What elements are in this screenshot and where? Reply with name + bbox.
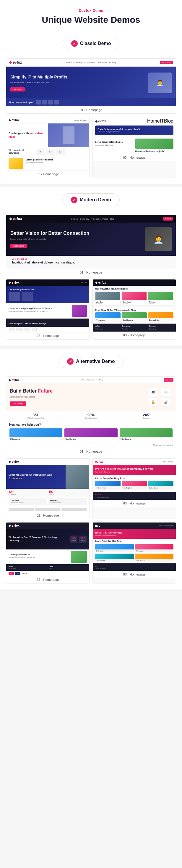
modern-02-03-grid: ◆ evfox Home IT Connecting People And (0, 279, 182, 343)
alt-03a-content: Lorem ipsum dolor sit consectetur adipis… (6, 550, 89, 564)
modern-03-fc-title-2: Company (122, 325, 147, 327)
alt-02a-logo-1 (8, 508, 34, 511)
modern-03-team-cards: John Doe IT Manager Jane Smith Developer (95, 291, 174, 306)
classic-02-hero-right (48, 123, 89, 147)
modern-03-tc-img-2 (122, 292, 147, 300)
classic-01-container: ◆ evfox HomeCompanyIT SolutionsCase Stud… (0, 58, 182, 117)
modern-demo-badge[interactable]: ✓ Modern Demo (62, 193, 120, 206)
alt-01-stat2-num: 98% (64, 413, 117, 417)
modern-03-fc-title-1: evfox (95, 325, 120, 327)
modern-03-bc-title-2: Cloud Security (122, 318, 147, 322)
alt-01-help-cards: IT Consulting Cloud Services Cyber Secur… (9, 428, 173, 441)
alt-demo-badge[interactable]: ✓ Alternative Demo (59, 355, 123, 368)
alt-02b-label: 03 - Homepage (93, 500, 176, 507)
classic-02-card[interactable]: ◆ evfox HomeITBlog Challenges with Innov… (6, 117, 89, 178)
alt-01-icon-3: 🔒 (149, 398, 157, 406)
alt-03b-footer-logo: nco (95, 565, 174, 567)
modern-01-mocksite: ◆ evfox Home 3CompanyIT SolutionPagesBlo… (6, 215, 176, 256)
alt-01-icons-grid: 💻 ☁️ 🔒 📊 (149, 388, 172, 406)
modern-01-incid: WHY CHOOSE US Incididunt ut labore et do… (6, 256, 176, 269)
help-icon-1 (36, 100, 41, 104)
modern-02-content: Consectetur Adipiscing Elite Sed Eu Euim… (6, 303, 89, 318)
classic-01-help-text: How can we help you? (9, 101, 35, 104)
modern-01-hero-btn[interactable]: Get Started (10, 244, 27, 248)
alt-02b-hero: We Are The Best Insurance Company For Yo… (93, 465, 176, 475)
alt-01-hero-btn[interactable]: Get Started (10, 401, 26, 406)
classic-01-hero-btn[interactable]: Get Started (10, 87, 25, 91)
alt-03a-badge-1: 12k (8, 572, 14, 575)
alt-03b-card[interactable]: nco HomeSolutionsBlog Best IT & Technolo… (93, 522, 176, 584)
alt-02a-cc-title-2: Solutions (50, 499, 86, 501)
classic-02-heading: Challenges with Innovative Ideas (8, 132, 45, 138)
classic-03-card[interactable]: ◆ evfox HomeITBlog Data Sciences and Ana… (93, 117, 176, 178)
alt-01-nav-btn[interactable]: Support (164, 378, 174, 381)
modern-01-card[interactable]: ◆ evfox Home 3CompanyIT SolutionPagesBlo… (6, 215, 176, 276)
modern-02-logo: ◆ evfox (8, 281, 20, 284)
alt-01-stat1-label: IT Professionals Only (9, 417, 62, 419)
modern-02-nav-link-2: IT (85, 282, 87, 284)
classic-01-hero-heading: Simplify IT to Multiply Profits (10, 74, 145, 80)
alt-03a-hero-heading: We Are All in One IT Solution & Technolo… (8, 536, 68, 542)
classic-02-lorem-heading: Lorem ipsum dolor sit amet, (26, 159, 53, 161)
modern-03-tc-info-2: Jane Smith Developer (122, 300, 147, 305)
alt-01-help-3: Cyber Security (119, 428, 173, 441)
alt-01-mocksite: ◆ evfox HomeCompanyITBlog Support Build … (6, 377, 176, 448)
alt-03b-bg-img-2 (135, 544, 174, 550)
help-icon-3 (48, 100, 53, 104)
classic-02-hero: Challenges with Innovative Ideas (6, 123, 89, 147)
alt-02a-content: IT Services Lorem ipsum dolor sit Soluti… (6, 497, 89, 506)
modern-03-blog-label: Read Story Of Our IT Professional's Stor… (95, 309, 174, 311)
alt-02b-bmc-img-1 (95, 481, 120, 486)
modern-01-hero-heading: Better Vision for Better Connection (10, 230, 142, 237)
modern-03-card[interactable]: ◆ evfox Our Powerful Team Members John D… (93, 279, 176, 340)
modern-02-card[interactable]: ◆ evfox Home IT Connecting People And (6, 279, 89, 340)
page-title: Unique Website Demos (6, 14, 176, 25)
alt-03b-footer-text: Digital Solutions (95, 567, 174, 569)
alt-03a-img (71, 551, 87, 563)
modern-02-data-bar: Data Analytics, Control And IT Manage... (6, 318, 89, 327)
alt-02b-hero-heading: We Are The Best Insurance Company For Yo… (95, 467, 174, 470)
alt-03a-fc-item-2: About (49, 567, 87, 569)
classic-02-it-cards: IT Sol Dev (36, 149, 87, 155)
alternative-demo-section: ✓ Alternative Demo ◆ evfox HomeCompanyIT… (0, 349, 182, 589)
classic-03-label: 03 - Homepage (93, 154, 176, 161)
modern-03-footer: evfox IT Solutions Company About Us Serv… (93, 323, 176, 332)
alt-02a-logo-2 (35, 508, 61, 511)
classic-02-nav: ◆ evfox HomeITBlog (6, 117, 89, 123)
modern-02-hero-img2 (22, 292, 33, 301)
modern-02-logo-3 (24, 328, 30, 331)
alt-03b-label: 03 - Homepage (93, 571, 176, 578)
classic-02-lorem-text: Lorem ipsum dolor sit amet, consectetur … (26, 158, 87, 164)
classic-01-hero-sub: Better software solutions for your busin… (10, 82, 145, 84)
alt-02b-footer-text: IT Solutions Provider (95, 496, 174, 498)
classic-02-mocksite: ◆ evfox HomeITBlog Challenges with Innov… (6, 117, 89, 170)
modern-01-nav-btn[interactable]: Support (163, 217, 173, 221)
alt-01-help: How can we help you? IT Consulting Cloud… (6, 421, 176, 443)
modern-03-fc-title-3: Services (149, 325, 174, 327)
alt-01-stat1-num: 35+ (9, 413, 62, 417)
alt-02a-nav: ◆ evfox (6, 459, 89, 465)
alt-01-nav-links: HomeCompanyITBlog (81, 379, 103, 381)
alt-02a-card[interactable]: ◆ evfox Leading Source Of Innovation And… (6, 458, 89, 519)
classic-01-card[interactable]: ◆ evfox HomeCompanyIT SolutionsCase Stud… (6, 58, 176, 114)
classic-01-nav-btn[interactable]: Get Support (160, 61, 173, 64)
classic-01-hero-image: 👨‍💼 (148, 72, 172, 93)
modern-02-hero-heading: Connecting People And (8, 288, 87, 291)
alt-01-hero-left: Build Better Future Lorem ipsum dolor si… (10, 388, 146, 406)
alt-02a-stat1-num: 12k (8, 490, 47, 494)
alt-03b-bg-3: Cloud Update (95, 554, 134, 562)
classic-01-nav-links: HomeCompanyIT SolutionsCase StudyIT Blog (66, 62, 116, 64)
modern-03-label: 03 - Homepage (93, 332, 176, 339)
modern-02-logo-4 (32, 328, 38, 331)
alt-01-hero: Build Better Future Lorem ipsum dolor si… (6, 383, 176, 411)
alt-03a-card[interactable]: ◆ evfox We Are All in One IT Solution & … (6, 522, 89, 584)
alt-02b-card[interactable]: evfox HomeITBlog We Are The Best Insuran… (93, 458, 176, 519)
alt-02b-blog: Latest From Our Blog Post IT News Articl… (93, 475, 176, 492)
classic-demo-badge[interactable]: ✓ Classic Demo (63, 37, 120, 50)
modern-03-fc-3: Services Consulting (149, 325, 174, 330)
alt-01-hc-img-3 (120, 428, 173, 437)
classic-02-logo: ◆ evfox (8, 118, 20, 122)
classic-01-help-icons (36, 100, 59, 104)
alt-01-icon-2: ☁️ (161, 388, 170, 396)
alt-01-card[interactable]: ◆ evfox HomeCompanyITBlog Support Build … (6, 376, 176, 455)
